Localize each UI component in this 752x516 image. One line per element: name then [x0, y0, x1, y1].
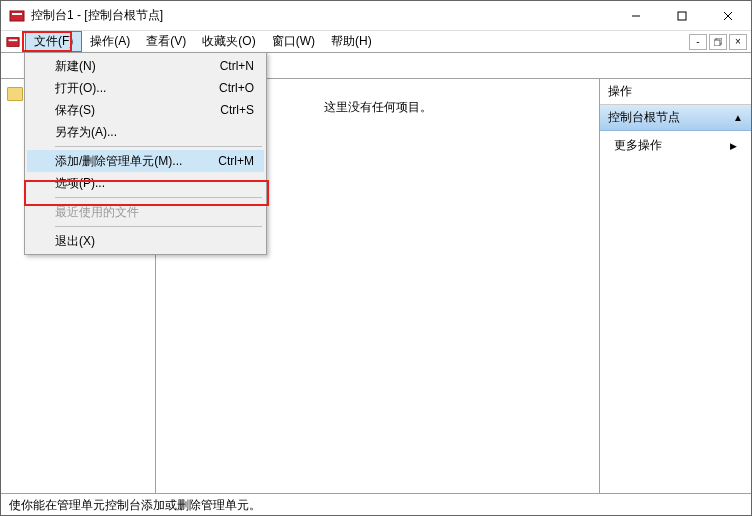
menu-separator — [55, 197, 262, 198]
maximize-button[interactable] — [659, 1, 705, 31]
collapse-icon: ▲ — [733, 112, 743, 123]
svg-rect-9 — [714, 40, 720, 46]
actions-header-label: 控制台根节点 — [608, 109, 680, 126]
minimize-button[interactable] — [613, 1, 659, 31]
statusbar: 使你能在管理单元控制台添加或删除管理单元。 — [1, 493, 751, 515]
svg-rect-0 — [10, 11, 24, 21]
mdi-controls: ‑ × — [689, 31, 751, 52]
menu-help[interactable]: 帮助(H) — [323, 31, 380, 52]
menu-item-exit[interactable]: 退出(X) — [27, 230, 264, 252]
menu-separator — [55, 226, 262, 227]
actions-pane: 操作 控制台根节点 ▲ 更多操作 ▶ — [599, 79, 751, 493]
menu-file[interactable]: 文件(F) — [25, 31, 82, 52]
menu-item-save-as[interactable]: 另存为(A)... — [27, 121, 264, 143]
mdi-close-button[interactable]: × — [729, 34, 747, 50]
menu-item-new[interactable]: 新建(N) Ctrl+N — [27, 55, 264, 77]
actions-more[interactable]: 更多操作 ▶ — [600, 131, 751, 160]
menu-item-save[interactable]: 保存(S) Ctrl+S — [27, 99, 264, 121]
menu-view[interactable]: 查看(V) — [138, 31, 194, 52]
actions-header[interactable]: 控制台根节点 ▲ — [600, 105, 751, 131]
actions-more-label: 更多操作 — [614, 137, 662, 154]
svg-rect-6 — [7, 37, 19, 46]
app-icon — [9, 8, 25, 24]
status-text: 使你能在管理单元控制台添加或删除管理单元。 — [9, 498, 261, 512]
window-controls — [613, 1, 751, 31]
window-title: 控制台1 - [控制台根节点] — [31, 7, 613, 24]
mdi-minimize-button[interactable]: ‑ — [689, 34, 707, 50]
file-menu-dropdown: 新建(N) Ctrl+N 打开(O)... Ctrl+O 保存(S) Ctrl+… — [24, 52, 267, 255]
menu-item-add-remove-snapin[interactable]: 添加/删除管理单元(M)... Ctrl+M — [27, 150, 264, 172]
close-button[interactable] — [705, 1, 751, 31]
svg-rect-1 — [12, 13, 22, 15]
folder-icon — [7, 87, 23, 101]
submenu-arrow-icon: ▶ — [730, 141, 737, 151]
svg-rect-7 — [9, 39, 18, 41]
menu-window[interactable]: 窗口(W) — [264, 31, 323, 52]
menu-item-open[interactable]: 打开(O)... Ctrl+O — [27, 77, 264, 99]
empty-text: 这里没有任何项目。 — [324, 100, 432, 114]
menu-item-recent: 最近使用的文件 — [27, 201, 264, 223]
menubar-app-icon — [1, 31, 25, 52]
actions-title: 操作 — [600, 79, 751, 105]
menu-favorites[interactable]: 收藏夹(O) — [194, 31, 263, 52]
menu-action[interactable]: 操作(A) — [82, 31, 138, 52]
svg-rect-3 — [678, 12, 686, 20]
menu-item-options[interactable]: 选项(P)... — [27, 172, 264, 194]
mdi-restore-button[interactable] — [709, 34, 727, 50]
menu-separator — [55, 146, 262, 147]
menubar: 文件(F) 操作(A) 查看(V) 收藏夹(O) 窗口(W) 帮助(H) ‑ × — [1, 31, 751, 53]
titlebar: 控制台1 - [控制台根节点] — [1, 1, 751, 31]
